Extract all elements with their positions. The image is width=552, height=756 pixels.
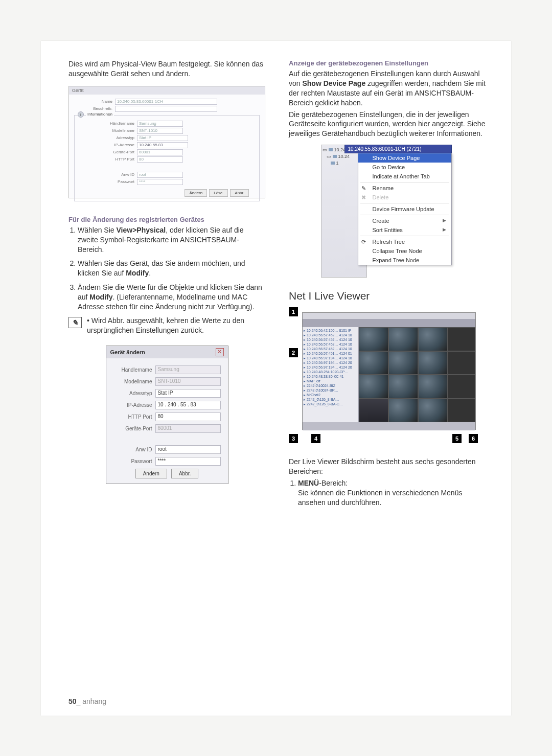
http-field[interactable]: 80	[137, 156, 183, 163]
desc-label: Beschreib.	[84, 106, 115, 111]
note-icon: ✎	[68, 317, 82, 328]
dlg-vendor: Samsung	[155, 365, 221, 374]
dlg-ip[interactable]: 10 . 240 . 55 . 83	[155, 401, 221, 409]
info-tab[interactable]: Informationen	[86, 112, 114, 117]
cancel-button[interactable]: Abbr.	[230, 189, 249, 197]
right-para-1: Auf die gerätebezogenen Einstellungen ka…	[289, 69, 486, 108]
live-viewer-heading: Net I Live Viewer	[289, 290, 486, 302]
lv-tree: ▸ 10.240.56.42:150… 8101 IP▸ 10.240.56.5…	[303, 327, 359, 422]
device-info-panel: Gerät Name 10.240.55.83:60001-1CH Beschr…	[68, 86, 265, 198]
model-field: SNT-1010	[137, 128, 183, 134]
callout-2: 2	[289, 348, 298, 357]
ctx-refresh[interactable]: ⟳Refresh Tree	[358, 237, 451, 246]
note-block: ✎ • Wird Abbr. ausgewählt, kehren die We…	[68, 317, 265, 337]
ctx-firmware[interactable]: Device Firmware Update	[358, 204, 451, 214]
name-label: Name	[84, 99, 115, 104]
dlg-modify-button[interactable]: Ändern	[135, 469, 167, 478]
ctx-collapse[interactable]: Collapse Tree Node	[358, 246, 451, 256]
user-field[interactable]: root	[137, 172, 183, 178]
vendor-field: Samsung	[137, 121, 183, 127]
modify-device-dialog: Gerät ändern × HändlernameSamsung Modell…	[106, 346, 228, 484]
steps-list: Wählen Sie View>Physical, oder klicken S…	[68, 225, 265, 312]
live-viewer-shot: ▸ 10.240.56.42:150… 8101 IP▸ 10.240.56.5…	[289, 307, 483, 448]
lv-statusbar	[303, 422, 475, 430]
callout-4: 4	[311, 434, 320, 443]
lv-menubar	[303, 313, 475, 319]
dlg-pw[interactable]: ****	[155, 457, 221, 466]
callout-5: 5	[452, 434, 462, 443]
ctx-sort[interactable]: Sort Entities▶	[358, 225, 451, 235]
name-field[interactable]: 10.240.55.83:60001-1CH	[115, 99, 217, 105]
dlg-devport: 60001	[155, 424, 221, 433]
ctx-show-device-page[interactable]: Show Device Page	[358, 153, 451, 163]
desc-field[interactable]	[115, 106, 217, 112]
close-icon[interactable]: ×	[216, 348, 224, 356]
dlg-model: SNT-1010	[155, 377, 221, 386]
refresh-icon: ⟳	[361, 239, 369, 246]
dlg-addrtype[interactable]: Stat IP	[155, 389, 221, 398]
panel-header: Gerät	[72, 88, 84, 93]
context-menu: Show Device Page Go to Device Indicate a…	[358, 153, 452, 265]
dlg-user[interactable]: root	[155, 445, 221, 454]
ctx-delete: ✖Delete	[358, 193, 451, 202]
ctx-header-node: 10.240.55.83:60001-1CH (2721)	[344, 145, 452, 153]
ctx-go-to-device[interactable]: Go to Device	[358, 163, 451, 172]
rename-icon: ✎	[361, 185, 369, 192]
ctx-expand[interactable]: Expand Tree Node	[358, 256, 451, 265]
ip-field[interactable]: 10.240.55.83	[137, 142, 188, 148]
page-footer: 50_ anhang	[68, 697, 106, 705]
addrtype-field[interactable]: Stat IP	[137, 135, 188, 141]
delete-button[interactable]: Lösc.	[209, 189, 228, 197]
right-subhead: Anzeige der gerätebezogenen Einstellunge…	[289, 59, 486, 67]
ctx-create[interactable]: Create▶	[358, 216, 451, 225]
delete-icon: ✖	[361, 194, 369, 201]
right-para-2: Die gerätebezogenen Einstellungen, die i…	[289, 110, 486, 139]
pw-field[interactable]: ****	[137, 179, 183, 185]
modify-button[interactable]: Ändern	[185, 189, 207, 197]
callout-3: 3	[289, 434, 298, 443]
dlg-http[interactable]: 80	[155, 413, 221, 421]
dlg-cancel-button[interactable]: Abbr.	[171, 469, 198, 478]
live-caption: Der Live Viewer Bildschirm besteht aus s…	[289, 457, 486, 476]
dialog-title: Gerät ändern	[110, 349, 145, 355]
callout-6: 6	[469, 434, 478, 443]
left-subhead: Für die Änderung des registrierten Gerät…	[68, 216, 265, 223]
lv-video-grid	[359, 327, 475, 422]
live-items: MENÜ-Bereich: Sie können die Funktionen …	[289, 478, 486, 508]
devport-field: 60001	[137, 149, 183, 155]
lv-toolbar	[303, 319, 475, 327]
ctx-rename[interactable]: ✎Rename	[358, 184, 451, 193]
intro-text: Dies wird am Physical-View Baum festgele…	[68, 59, 265, 79]
ctx-indicate-tab[interactable]: Indicate at Another Tab	[358, 172, 451, 181]
callout-1: 1	[289, 307, 298, 316]
context-menu-shot: ▭ 10.24 ▭ 10.24 1 10.240.55.83:60001-1CH…	[321, 145, 454, 278]
